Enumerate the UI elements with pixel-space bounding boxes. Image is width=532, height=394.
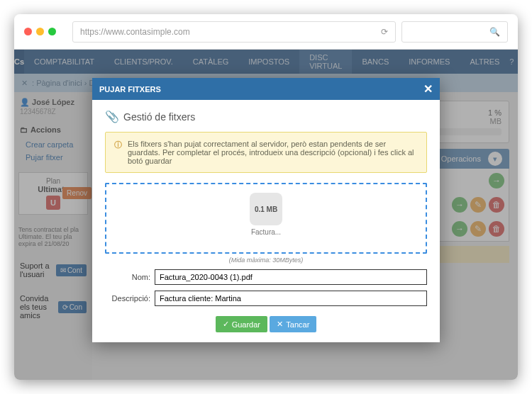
- max-size-note: (Mida màxima: 30MBytes): [105, 257, 427, 264]
- address-bar[interactable]: https://www.contasimple.com ⟳: [72, 21, 396, 43]
- descripcio-input[interactable]: [155, 291, 427, 306]
- nom-label: Nom:: [105, 273, 155, 281]
- modal-header-title: PUJAR FITXERS: [99, 85, 161, 94]
- maximize-window-icon[interactable]: [48, 28, 56, 35]
- url-text: https://www.contasimple.com: [80, 27, 190, 37]
- descripcio-label: Descripció:: [105, 294, 155, 303]
- close-window-icon[interactable]: [24, 28, 32, 35]
- nom-input[interactable]: [155, 269, 427, 285]
- alert-message: ⓘ Els fitxers s'han pujat correctament a…: [105, 132, 427, 173]
- refresh-icon[interactable]: ⟳: [381, 27, 388, 37]
- file-thumbnail: 0.1 MB: [250, 193, 282, 225]
- info-icon: ⓘ: [114, 140, 122, 165]
- file-dropzone[interactable]: 0.1 MB Factura...: [105, 183, 427, 254]
- minimize-window-icon[interactable]: [36, 28, 44, 35]
- tancar-button[interactable]: ✕ Tancar: [270, 316, 316, 332]
- search-bar[interactable]: 🔍: [401, 21, 508, 43]
- window-buttons: [24, 28, 56, 35]
- upload-modal: PUJAR FITXERS ✕ 📎 Gestió de fitxers ⓘ El…: [92, 78, 440, 342]
- attachment-icon: 📎: [105, 110, 119, 123]
- search-icon: 🔍: [489, 27, 500, 37]
- guardar-button[interactable]: ✓ Guardar: [216, 316, 267, 332]
- file-thumb-name: Factura...: [251, 228, 281, 236]
- close-icon[interactable]: ✕: [423, 82, 433, 96]
- modal-header: PUJAR FITXERS ✕: [92, 78, 440, 100]
- browser-chrome: https://www.contasimple.com ⟳ 🔍: [14, 14, 518, 50]
- modal-title: 📎 Gestió de fitxers: [105, 110, 427, 123]
